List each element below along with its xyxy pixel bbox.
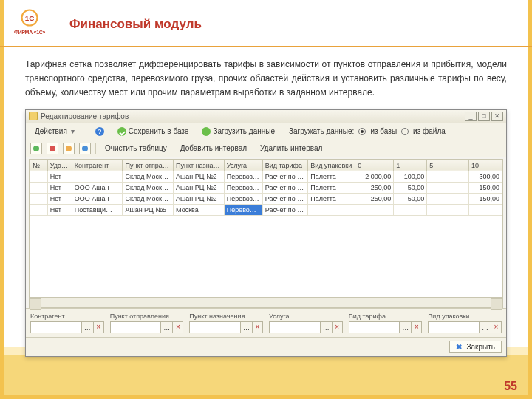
refresh-button[interactable] bbox=[79, 143, 91, 154]
column-header[interactable]: Уда… bbox=[47, 160, 72, 171]
column-header[interactable]: Пункт отпра… bbox=[123, 160, 174, 171]
clear-filter-button[interactable]: × bbox=[173, 321, 183, 333]
slide-title: Финансовый модуль bbox=[69, 17, 202, 32]
svg-text:1С: 1С bbox=[25, 14, 35, 22]
logo-icon: 1С bbox=[19, 7, 40, 28]
clear-table-button[interactable]: Очистить таблицу bbox=[100, 143, 171, 154]
add-row-button[interactable] bbox=[30, 143, 42, 154]
edit-row-button[interactable] bbox=[63, 143, 75, 154]
logo-1c: 1С ФИРМА «1С» bbox=[7, 7, 52, 41]
logo-text: ФИРМА «1С» bbox=[14, 30, 45, 35]
lookup-button[interactable]: … bbox=[480, 321, 491, 333]
filter-input[interactable] bbox=[428, 321, 480, 333]
minimize-button[interactable]: _ bbox=[465, 112, 477, 121]
column-header[interactable]: 10 bbox=[468, 160, 502, 171]
column-header[interactable]: Контрагент bbox=[72, 160, 123, 171]
lookup-button[interactable]: … bbox=[82, 321, 94, 333]
filter-label: Вид упаковки bbox=[428, 313, 502, 320]
radio-from-db[interactable] bbox=[358, 128, 366, 135]
horizontal-scrollbar[interactable] bbox=[30, 297, 502, 307]
table-row[interactable]: НетООО АшанСклад Моск…Ашан РЦ №2Перевоз…… bbox=[30, 193, 502, 204]
help-button[interactable]: ? bbox=[91, 126, 109, 137]
close-window-button[interactable]: ✕ bbox=[491, 112, 503, 121]
table-row[interactable]: НетПоставщи…Ашан РЦ №5МоскваПерево…Расче… bbox=[30, 204, 502, 215]
lookup-button[interactable]: … bbox=[161, 321, 173, 333]
window-title: Редактирование тарифов bbox=[41, 112, 129, 120]
filter-label: Вид тарифа bbox=[349, 313, 423, 320]
clear-filter-button[interactable]: × bbox=[332, 321, 343, 333]
load-button[interactable]: Загрузить данные bbox=[197, 126, 279, 137]
lookup-button[interactable]: … bbox=[400, 321, 412, 333]
delete-row-button[interactable] bbox=[47, 143, 58, 154]
lookup-button[interactable]: … bbox=[241, 321, 253, 333]
actions-menu[interactable]: Действия▾ bbox=[30, 126, 81, 137]
close-button[interactable]: ✖Закрыть bbox=[449, 341, 502, 353]
add-interval-button[interactable]: Добавить интервал bbox=[176, 143, 251, 154]
lookup-button[interactable]: … bbox=[321, 321, 332, 333]
clear-filter-button[interactable]: × bbox=[491, 321, 502, 333]
filter-input[interactable] bbox=[110, 321, 162, 333]
column-header[interactable]: 5 bbox=[427, 160, 469, 171]
tariff-grid[interactable]: №Уда…КонтрагентПункт отпра…Пункт назна…У… bbox=[29, 159, 503, 308]
filter-label: Пункт отправления bbox=[110, 313, 184, 320]
column-header[interactable]: Вид упаковки bbox=[308, 160, 355, 171]
slide-paragraph: Тарифная сетка позволяет дифференцироват… bbox=[25, 58, 507, 100]
plus-icon bbox=[33, 146, 39, 151]
filter-input[interactable] bbox=[349, 321, 400, 333]
filter-input[interactable] bbox=[189, 321, 241, 333]
slide-number: 55 bbox=[504, 380, 517, 393]
app-window: Редактирование тарифов _ □ ✕ Действия▾ ?… bbox=[25, 109, 507, 357]
toolbar-grid: Очистить таблицу Добавить интервал Удали… bbox=[26, 140, 506, 157]
filter-label: Контрагент bbox=[30, 313, 104, 320]
save-icon bbox=[117, 127, 126, 136]
column-header[interactable]: Пункт назна… bbox=[174, 160, 225, 171]
help-icon: ? bbox=[95, 127, 104, 136]
load-icon bbox=[202, 127, 211, 136]
column-header[interactable]: № bbox=[30, 160, 48, 171]
filter-input[interactable] bbox=[30, 321, 82, 333]
pencil-icon bbox=[66, 146, 72, 151]
filter-label: Услуга bbox=[269, 313, 343, 320]
clear-filter-button[interactable]: × bbox=[412, 321, 422, 333]
window-icon bbox=[29, 112, 38, 120]
minus-icon bbox=[50, 146, 55, 151]
column-header[interactable]: Услуга bbox=[224, 160, 262, 171]
column-header[interactable]: Вид тарифа bbox=[262, 160, 308, 171]
radio-from-file[interactable] bbox=[401, 128, 409, 135]
column-header[interactable]: 0 bbox=[355, 160, 394, 171]
filter-input[interactable] bbox=[269, 321, 321, 333]
load-data-label: Загружать данные: bbox=[289, 127, 354, 135]
clear-filter-button[interactable]: × bbox=[94, 321, 104, 333]
filter-label: Пункт назначения bbox=[189, 313, 263, 320]
save-button[interactable]: Сохранить в базе bbox=[113, 126, 194, 137]
column-header[interactable]: 1 bbox=[394, 160, 427, 171]
table-row[interactable]: НетСклад Моск…Ашан РЦ №2Перевоз…Расчет п… bbox=[30, 171, 502, 182]
maximize-button[interactable]: □ bbox=[478, 112, 490, 121]
table-row[interactable]: НетООО АшанСклад Моск…Ашан РЦ №2Перевоз…… bbox=[30, 182, 502, 193]
toolbar-main: Действия▾ ? Сохранить в базе Загрузить д… bbox=[26, 123, 506, 140]
close-icon: ✖ bbox=[456, 343, 463, 350]
titlebar: Редактирование тарифов _ □ ✕ bbox=[26, 110, 506, 123]
filter-bar: Контрагент…×Пункт отправления…×Пункт наз… bbox=[26, 308, 506, 337]
clear-filter-button[interactable]: × bbox=[253, 321, 263, 333]
delete-interval-button[interactable]: Удалить интервал bbox=[256, 143, 327, 154]
refresh-icon bbox=[82, 146, 88, 151]
